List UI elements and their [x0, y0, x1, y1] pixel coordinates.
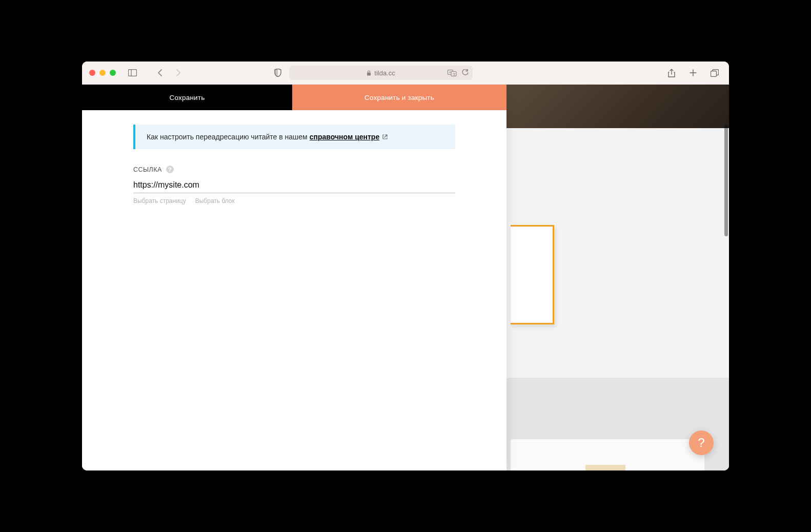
sidebar-toggle-button[interactable]: [125, 66, 139, 80]
translate-icon[interactable]: A文: [448, 70, 457, 76]
info-callout: Как настроить переадресацию читайте в на…: [133, 125, 455, 149]
select-block-link[interactable]: Выбрать блок: [195, 197, 235, 204]
tabs-icon: [711, 69, 719, 77]
svg-rect-0: [128, 70, 136, 76]
chevron-right-icon: [176, 69, 181, 76]
page-hero-background: [506, 85, 729, 128]
browser-toolbar: tilda.cc A文: [82, 62, 729, 85]
save-and-close-button[interactable]: Сохранить и закрыть: [292, 85, 506, 110]
svg-rect-7: [711, 71, 717, 76]
panel-header: Сохранить Сохранить и закрыть: [82, 85, 506, 110]
question-mark-icon: ?: [168, 167, 172, 173]
sidebar-icon: [128, 69, 137, 76]
reload-icon[interactable]: [462, 69, 469, 76]
save-button-label: Сохранить: [170, 94, 205, 101]
lock-icon: [367, 70, 371, 76]
svg-text:A: A: [449, 71, 451, 74]
page-block-card: [511, 439, 704, 470]
svg-rect-2: [367, 72, 371, 75]
new-tab-button[interactable]: [686, 66, 700, 80]
browser-window: tilda.cc A文: [82, 62, 729, 470]
chevron-left-icon: [157, 69, 163, 76]
scrollbar-thumb[interactable]: [724, 125, 728, 236]
help-fab-glyph: ?: [698, 436, 704, 450]
share-button[interactable]: [664, 66, 679, 80]
external-link-icon: [382, 134, 388, 139]
close-window-button[interactable]: [89, 70, 95, 76]
help-fab-button[interactable]: ?: [689, 431, 714, 455]
maximize-window-button[interactable]: [110, 70, 116, 76]
card-thumbnail: [585, 465, 625, 470]
panel-body: Как настроить переадресацию читайте в на…: [82, 110, 506, 204]
svg-text:文: 文: [453, 72, 456, 75]
tabs-overview-button[interactable]: [707, 66, 722, 80]
link-url-input[interactable]: [133, 176, 455, 193]
plus-icon: [690, 69, 697, 76]
shield-icon: [274, 69, 281, 77]
save-and-close-button-label: Сохранить и закрыть: [364, 94, 434, 101]
field-label-row: ССЫЛКА ?: [133, 166, 455, 173]
browser-viewport: Сохранить Сохранить и закрыть Как настро…: [82, 85, 729, 470]
info-text: Как настроить переадресацию читайте в на…: [147, 133, 308, 141]
address-bar-host: tilda.cc: [374, 69, 395, 77]
forward-button[interactable]: [171, 66, 186, 80]
settings-panel: Сохранить Сохранить и закрыть Как настро…: [82, 85, 506, 470]
share-icon: [668, 69, 675, 77]
selected-block-outline[interactable]: [511, 225, 554, 324]
field-help-button[interactable]: ?: [166, 166, 174, 173]
privacy-shield-button[interactable]: [271, 66, 285, 80]
field-sub-actions: Выбрать страницу Выбрать блок: [133, 197, 455, 204]
link-field-label: ССЫЛКА: [133, 166, 162, 173]
save-button[interactable]: Сохранить: [82, 85, 292, 110]
help-center-link[interactable]: справочном центре: [310, 133, 379, 141]
window-controls: [89, 70, 116, 76]
back-button[interactable]: [153, 66, 167, 80]
select-page-link[interactable]: Выбрать страницу: [133, 197, 186, 204]
minimize-window-button[interactable]: [99, 70, 106, 76]
address-bar[interactable]: tilda.cc A文: [289, 66, 473, 80]
